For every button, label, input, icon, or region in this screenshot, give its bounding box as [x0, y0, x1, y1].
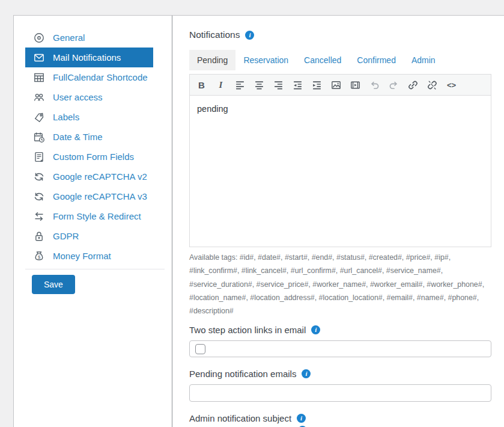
insert-media-icon[interactable]	[350, 79, 361, 91]
sidebar-item-label: Google reCAPTCHA v2	[53, 171, 147, 182]
settings-panel: General Mail Notifications FullCalendar …	[13, 15, 504, 427]
tag-icon	[33, 111, 45, 123]
field-label-text: Pending notification emails	[189, 369, 296, 379]
sidebar-content-divider	[172, 16, 172, 427]
sidebar-item-mail-notifications[interactable]: Mail Notifications	[25, 48, 153, 67]
align-left-icon[interactable]	[234, 79, 246, 91]
insert-image-icon[interactable]	[330, 79, 342, 91]
pending-emails-label: Pending notification emails	[189, 367, 491, 379]
field-label-text: Two step action links in email	[189, 325, 306, 335]
info-icon[interactable]	[245, 31, 254, 40]
page-head: Notifications	[189, 29, 491, 41]
sidebar-item-label: Google reCAPTCHA v3	[53, 191, 147, 201]
svg-text:$: $	[38, 254, 41, 259]
sidebar-item-label: Form Style & Redirect	[53, 211, 141, 221]
tab-admin[interactable]: Admin	[404, 50, 443, 70]
source-code-icon[interactable]: <>	[446, 79, 457, 91]
recaptcha-icon	[33, 191, 45, 203]
calendar-grid-icon	[33, 72, 45, 84]
editor-content[interactable]: pending	[190, 96, 491, 247]
field-label-text: Admin notification subject	[189, 413, 291, 423]
sidebar-item-recaptcha-v2[interactable]: Google reCAPTCHA v2	[25, 167, 153, 186]
italic-icon[interactable]: I	[215, 79, 226, 91]
sidebar-item-label: User access	[53, 92, 103, 102]
bold-icon[interactable]: B	[196, 79, 207, 91]
tab-pending[interactable]: Pending	[189, 50, 235, 70]
tab-cancelled[interactable]: Cancelled	[296, 50, 349, 70]
sidebar-item-custom-form-fields[interactable]: Custom Form Fields	[25, 147, 153, 167]
padlock-icon	[33, 230, 45, 242]
sidebar-item-label: GDPR	[53, 231, 79, 241]
info-icon[interactable]	[311, 325, 320, 334]
available-tags: Available tags: #id#, #date#, #start#, #…	[189, 251, 491, 318]
admin-subject-label: Admin notification subject	[189, 412, 491, 424]
users-icon	[33, 91, 45, 103]
indent-icon[interactable]	[311, 79, 323, 91]
sidebar-item-label: Labels	[53, 112, 79, 122]
sidebar-item-fullcalendar-shortcode[interactable]: FullCalendar Shortcode	[25, 67, 153, 87]
sidebar-item-money-format[interactable]: $ Money Format	[25, 246, 153, 266]
envelope-icon	[33, 52, 45, 64]
undo-icon[interactable]	[369, 79, 380, 91]
email-editor: B I	[189, 74, 491, 247]
sidebar-item-label: Mail Notifications	[53, 52, 121, 63]
money-bag-icon: $	[33, 250, 45, 262]
sidebar-item-label: FullCalendar Shortcode	[53, 72, 148, 82]
notification-tabs: Pending Reservation Cancelled Confirmed …	[189, 50, 491, 70]
sidebar-item-gdpr[interactable]: GDPR	[25, 226, 153, 246]
sidebar-item-recaptcha-v3[interactable]: Google reCAPTCHA v3	[25, 186, 153, 206]
info-icon[interactable]	[297, 414, 306, 423]
pending-emails-input[interactable]	[189, 384, 491, 402]
sidebar-item-label: Custom Form Fields	[53, 152, 134, 162]
sidebar-item-form-style-redirect[interactable]: Form Style & Redirect	[25, 206, 153, 226]
document-icon	[33, 151, 45, 163]
sidebar-item-general[interactable]: General	[25, 28, 153, 48]
unlink-icon[interactable]	[427, 79, 438, 91]
info-icon[interactable]	[302, 369, 311, 378]
outdent-icon[interactable]	[292, 79, 303, 91]
sidebar-item-date-time[interactable]: Date & Time	[25, 127, 153, 147]
save-button[interactable]: Save	[32, 275, 75, 294]
two-step-field	[189, 340, 491, 357]
editor-toolbar: B I	[190, 75, 491, 96]
sidebar: General Mail Notifications FullCalendar …	[14, 16, 172, 294]
recaptcha-icon	[33, 171, 45, 183]
sidebar-item-user-access[interactable]: User access	[25, 87, 153, 107]
align-center-icon[interactable]	[254, 79, 265, 91]
sidebar-item-label: Money Format	[53, 251, 111, 261]
sidebar-item-label: General	[53, 32, 85, 43]
swap-arrows-icon	[33, 210, 45, 223]
notifications-settings: Notifications Pending Reservation Cancel…	[189, 16, 491, 427]
two-step-label: Two step action links in email	[189, 324, 491, 336]
sidebar-divider	[25, 269, 165, 269]
target-icon	[33, 32, 45, 44]
link-icon[interactable]	[407, 79, 419, 91]
two-step-checkbox[interactable]	[195, 344, 205, 354]
sidebar-item-labels[interactable]: Labels	[25, 107, 153, 127]
align-right-icon[interactable]	[273, 79, 284, 91]
page-title: Notifications	[189, 29, 240, 40]
tab-confirmed[interactable]: Confirmed	[349, 50, 404, 70]
redo-icon[interactable]	[388, 79, 399, 91]
calendar-clock-icon	[33, 131, 45, 143]
sidebar-item-label: Date & Time	[53, 132, 103, 142]
tab-reservation[interactable]: Reservation	[235, 50, 296, 70]
